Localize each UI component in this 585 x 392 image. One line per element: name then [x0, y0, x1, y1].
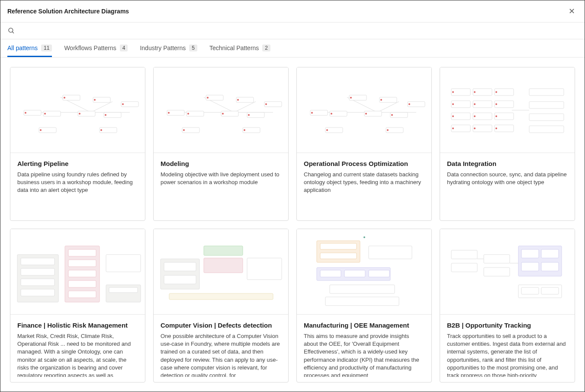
- svg-rect-96: [68, 260, 96, 267]
- svg-point-27: [168, 112, 170, 114]
- svg-rect-136: [521, 287, 539, 294]
- card-description: Data pipeline using foundry rules define…: [17, 171, 138, 215]
- card-title: Computer Vision | Defects detection: [161, 322, 281, 329]
- card-body: Computer Vision | Defects detectionOne p…: [154, 315, 288, 382]
- svg-rect-131: [451, 250, 477, 259]
- svg-rect-134: [484, 268, 510, 276]
- svg-rect-123: [330, 285, 395, 293]
- card-body: Manufacturing | OEE ManagementThis aims …: [297, 315, 431, 382]
- svg-point-72: [452, 103, 454, 105]
- svg-rect-133: [484, 255, 510, 263]
- svg-rect-104: [21, 289, 55, 296]
- card-body: Finance | Holistic Risk ManagementMarket…: [10, 315, 145, 382]
- svg-rect-102: [21, 268, 55, 275]
- svg-rect-118: [369, 246, 412, 259]
- svg-point-82: [495, 115, 497, 117]
- svg-rect-69: [495, 89, 514, 96]
- svg-point-16: [105, 114, 106, 116]
- svg-point-0: [9, 28, 13, 32]
- svg-point-80: [474, 115, 476, 117]
- dialog: Reference Solution Architecture Diagrams…: [0, 0, 585, 392]
- tab-industry-patterns[interactable]: Industry Patterns5: [140, 39, 197, 57]
- svg-rect-107: [109, 287, 138, 293]
- svg-rect-103: [21, 279, 55, 286]
- svg-rect-71: [451, 101, 470, 108]
- svg-rect-137: [541, 287, 559, 294]
- card-thumbnail: [154, 67, 288, 153]
- svg-point-41: [183, 129, 185, 131]
- svg-point-18: [122, 103, 124, 105]
- svg-point-62: [326, 129, 328, 131]
- svg-point-78: [452, 115, 454, 117]
- close-icon: ✕: [569, 7, 575, 16]
- svg-rect-117: [320, 253, 357, 259]
- pattern-card[interactable]: Computer Vision | Defects detectionOne p…: [153, 229, 289, 382]
- svg-point-35: [237, 99, 239, 101]
- dialog-title: Reference Solution Architecture Diagrams: [7, 8, 129, 15]
- svg-rect-90: [529, 102, 564, 108]
- svg-line-46: [377, 102, 399, 112]
- search-bar[interactable]: [0, 22, 585, 39]
- card-title: Alerting Pipeline: [17, 160, 138, 167]
- pattern-card[interactable]: Finance | Holistic Risk ManagementMarket…: [10, 229, 145, 382]
- svg-rect-116: [320, 243, 357, 249]
- card-description: Market Risk, Credit Risk, Climate Risk, …: [17, 332, 138, 377]
- card-title: B2B | Opportunity Tracking: [447, 322, 568, 329]
- svg-rect-98: [68, 280, 96, 287]
- svg-rect-79: [473, 113, 492, 120]
- svg-point-12: [79, 113, 80, 115]
- tab-all-patterns[interactable]: All patterns11: [7, 39, 52, 57]
- svg-point-84: [452, 127, 454, 129]
- pattern-card[interactable]: Data IntegrationData connection source, …: [440, 67, 575, 221]
- svg-rect-108: [204, 246, 243, 255]
- svg-rect-101: [21, 258, 55, 265]
- card-description: Changelog and current state datasets bac…: [304, 171, 424, 215]
- close-button[interactable]: ✕: [566, 6, 578, 17]
- card-title: Finance | Holistic Risk Management: [17, 322, 138, 329]
- svg-point-50: [331, 113, 332, 115]
- svg-rect-132: [451, 263, 477, 272]
- svg-rect-85: [473, 125, 492, 132]
- pattern-card[interactable]: Alerting PipelineData pipeline using fou…: [10, 67, 145, 221]
- svg-point-86: [474, 127, 476, 129]
- svg-point-52: [350, 97, 352, 99]
- svg-rect-75: [495, 101, 514, 108]
- svg-rect-130: [541, 262, 559, 271]
- svg-point-68: [474, 91, 476, 93]
- card-thumbnail: [297, 229, 431, 315]
- card-title: Operational Process Optimization: [304, 160, 424, 167]
- pattern-card[interactable]: ModelingModeling objective with live dep…: [153, 67, 289, 221]
- svg-point-125: [363, 236, 365, 238]
- pattern-card[interactable]: Operational Process OptimizationChangelo…: [296, 67, 432, 221]
- svg-point-14: [94, 99, 96, 101]
- card-thumbnail: [440, 67, 575, 153]
- card-thumbnail: [10, 229, 145, 315]
- content-area[interactable]: Alerting PipelineData pipeline using fou…: [0, 57, 585, 392]
- svg-point-88: [495, 127, 497, 129]
- tab-count: 11: [41, 45, 52, 51]
- tab-label: Technical Patterns: [209, 45, 259, 51]
- svg-rect-124: [325, 297, 399, 306]
- svg-rect-121: [344, 270, 365, 277]
- svg-rect-83: [451, 125, 470, 132]
- dialog-header: Reference Solution Architecture Diagrams…: [0, 0, 585, 22]
- svg-rect-91: [529, 114, 564, 121]
- card-body: B2B | Opportunity TrackingTrack opportun…: [440, 315, 575, 382]
- card-thumbnail: [154, 229, 288, 315]
- pattern-card[interactable]: Manufacturing | OEE ManagementThis aims …: [296, 229, 432, 382]
- tab-workflows-patterns[interactable]: Workflows Patterns4: [64, 39, 128, 57]
- svg-point-10: [64, 97, 65, 99]
- svg-rect-95: [68, 249, 96, 256]
- svg-point-60: [408, 103, 410, 105]
- cards-grid: Alerting PipelineData pipeline using fou…: [10, 67, 575, 382]
- tab-count: 4: [120, 45, 128, 51]
- svg-rect-99: [68, 291, 96, 298]
- card-title: Data Integration: [447, 160, 568, 167]
- card-description: This aims to measure and provide insight…: [304, 332, 424, 377]
- svg-rect-111: [164, 262, 196, 271]
- svg-rect-120: [320, 270, 341, 277]
- svg-rect-92: [529, 126, 564, 133]
- tab-technical-patterns[interactable]: Technical Patterns2: [209, 39, 270, 57]
- pattern-card[interactable]: B2B | Opportunity TrackingTrack opportun…: [440, 229, 575, 382]
- svg-point-56: [380, 99, 382, 101]
